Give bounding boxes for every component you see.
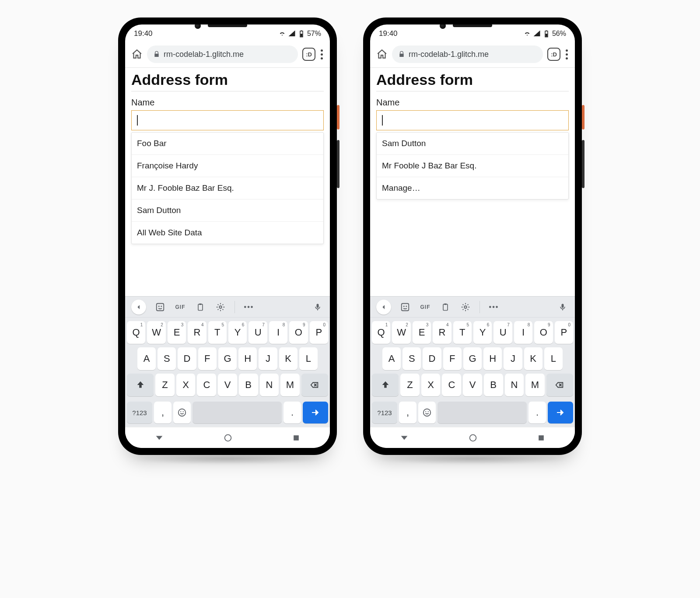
key-b[interactable]: B <box>484 374 503 396</box>
nav-home-icon[interactable] <box>468 433 478 443</box>
power-button[interactable] <box>337 105 340 129</box>
clipboard-icon[interactable] <box>194 301 206 313</box>
key-period[interactable]: . <box>284 402 301 423</box>
key-r[interactable]: 4R <box>188 321 206 344</box>
key-w[interactable]: 2W <box>147 321 165 344</box>
key-u[interactable]: 7U <box>494 321 512 344</box>
key-i[interactable]: 8I <box>269 321 287 344</box>
address-bar[interactable]: rm-codelab-1.glitch.me <box>147 45 298 63</box>
key-symbols[interactable]: ?123 <box>372 402 397 423</box>
volume-button[interactable] <box>337 140 340 188</box>
nav-back-icon[interactable] <box>399 433 409 443</box>
key-i[interactable]: 8I <box>514 321 532 344</box>
key-z[interactable]: Z <box>400 374 420 396</box>
power-button[interactable] <box>582 105 584 129</box>
key-q[interactable]: 1Q <box>372 321 390 344</box>
key-g[interactable]: G <box>218 347 237 370</box>
key-c[interactable]: C <box>442 374 461 396</box>
key-shift[interactable] <box>372 374 399 396</box>
key-z[interactable]: Z <box>155 374 175 396</box>
key-h[interactable]: H <box>483 347 502 370</box>
key-g[interactable]: G <box>463 347 482 370</box>
key-t[interactable]: 5T <box>208 321 227 344</box>
name-input[interactable] <box>131 110 324 130</box>
key-y[interactable]: 6Y <box>228 321 247 344</box>
key-space[interactable] <box>438 402 527 423</box>
key-period[interactable]: . <box>528 402 546 423</box>
key-o[interactable]: 9O <box>534 321 553 344</box>
overflow-menu-icon[interactable] <box>565 49 569 59</box>
more-icon[interactable]: ••• <box>243 301 255 313</box>
mic-icon[interactable] <box>556 301 569 313</box>
key-enter[interactable] <box>303 402 328 423</box>
suggestion-item[interactable]: Manage… <box>377 177 568 199</box>
key-o[interactable]: 9O <box>289 321 308 344</box>
key-enter[interactable] <box>548 402 573 423</box>
key-l[interactable]: L <box>299 347 318 370</box>
key-e[interactable]: 3E <box>168 321 186 344</box>
kb-collapse-icon[interactable] <box>376 300 391 315</box>
key-w[interactable]: 2W <box>392 321 410 344</box>
key-emoji[interactable] <box>418 402 436 423</box>
key-k[interactable]: K <box>524 347 542 370</box>
gif-button[interactable]: GIF <box>174 301 186 313</box>
overflow-menu-icon[interactable] <box>320 49 324 59</box>
key-x[interactable]: X <box>176 374 196 396</box>
key-b[interactable]: B <box>239 374 258 396</box>
key-v[interactable]: V <box>218 374 237 396</box>
key-r[interactable]: 4R <box>433 321 451 344</box>
key-k[interactable]: K <box>279 347 298 370</box>
key-backspace[interactable] <box>546 374 573 396</box>
key-backspace[interactable] <box>301 374 328 396</box>
key-d[interactable]: D <box>423 347 441 370</box>
key-symbols[interactable]: ?123 <box>127 402 152 423</box>
key-d[interactable]: D <box>178 347 196 370</box>
kb-collapse-icon[interactable] <box>131 300 146 315</box>
key-n[interactable]: N <box>260 374 279 396</box>
clipboard-icon[interactable] <box>439 301 452 313</box>
suggestion-item[interactable]: Sam Dutton <box>377 133 568 155</box>
sticker-icon[interactable] <box>154 301 166 313</box>
key-q[interactable]: 1Q <box>127 321 145 344</box>
more-icon[interactable]: ••• <box>488 301 500 313</box>
key-p[interactable]: 0P <box>555 321 573 344</box>
key-h[interactable]: H <box>238 347 257 370</box>
gear-icon[interactable] <box>214 301 227 313</box>
suggestion-item[interactable]: Françoise Hardy <box>132 155 323 177</box>
tab-switcher[interactable]: :D <box>302 48 315 61</box>
key-s[interactable]: S <box>158 347 176 370</box>
nav-recents-icon[interactable] <box>537 434 546 442</box>
nav-back-icon[interactable] <box>154 433 164 443</box>
name-input[interactable] <box>376 110 569 130</box>
gif-button[interactable]: GIF <box>419 301 431 313</box>
key-emoji[interactable] <box>173 402 191 423</box>
key-n[interactable]: N <box>505 374 524 396</box>
key-m[interactable]: M <box>280 374 300 396</box>
key-a[interactable]: A <box>382 347 401 370</box>
suggestion-item[interactable]: Foo Bar <box>132 133 323 155</box>
tab-switcher[interactable]: :D <box>547 48 560 61</box>
key-u[interactable]: 7U <box>248 321 267 344</box>
key-y[interactable]: 6Y <box>473 321 492 344</box>
nav-recents-icon[interactable] <box>292 434 301 442</box>
key-j[interactable]: J <box>259 347 277 370</box>
key-space[interactable] <box>192 402 282 423</box>
volume-button[interactable] <box>582 140 584 188</box>
key-f[interactable]: F <box>198 347 217 370</box>
key-comma[interactable]: , <box>154 402 172 423</box>
home-icon[interactable] <box>376 49 388 60</box>
key-e[interactable]: 3E <box>413 321 431 344</box>
gear-icon[interactable] <box>459 301 472 313</box>
key-v[interactable]: V <box>463 374 482 396</box>
suggestion-item[interactable]: All Web Site Data <box>132 222 323 244</box>
key-x[interactable]: X <box>421 374 441 396</box>
key-shift[interactable] <box>127 374 154 396</box>
key-t[interactable]: 5T <box>453 321 472 344</box>
suggestion-item[interactable]: Mr J. Fooble Baz Bar Esq. <box>132 177 323 199</box>
address-bar[interactable]: rm-codelab-1.glitch.me <box>392 45 543 63</box>
key-c[interactable]: C <box>197 374 216 396</box>
key-m[interactable]: M <box>525 374 545 396</box>
key-j[interactable]: J <box>504 347 522 370</box>
key-p[interactable]: 0P <box>310 321 328 344</box>
key-a[interactable]: A <box>137 347 156 370</box>
